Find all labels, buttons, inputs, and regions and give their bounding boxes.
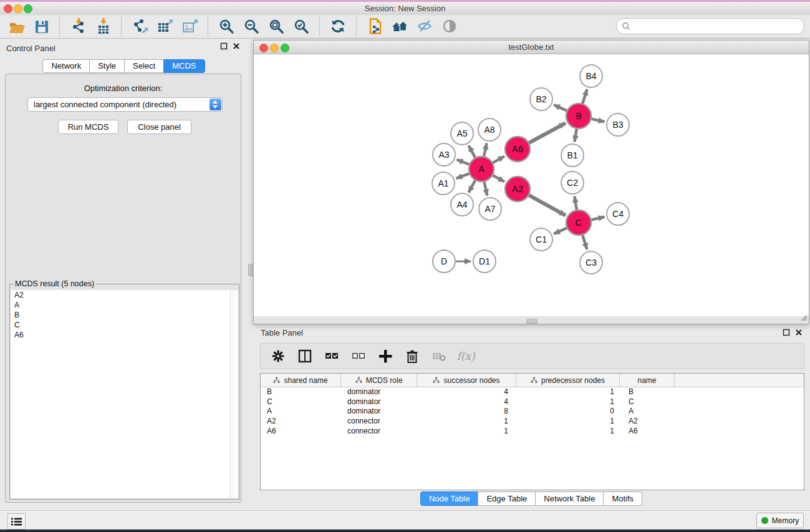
tab-select[interactable]: Select bbox=[124, 59, 164, 73]
result-list-item[interactable]: B bbox=[11, 310, 231, 320]
column-header-successor-nodes[interactable]: successor nodes bbox=[417, 374, 516, 387]
minimize-window-button[interactable] bbox=[14, 4, 22, 13]
cell[interactable]: C bbox=[620, 397, 675, 407]
cell[interactable]: connector bbox=[341, 417, 417, 427]
node-C1[interactable]: C1 bbox=[530, 228, 552, 251]
cell[interactable]: connector bbox=[341, 427, 417, 437]
table-settings-button[interactable] bbox=[270, 348, 286, 364]
edge-B-B2[interactable] bbox=[554, 105, 567, 110]
cell[interactable]: A bbox=[261, 407, 341, 417]
cell[interactable]: 1 bbox=[516, 387, 620, 397]
cell[interactable]: 1 bbox=[417, 417, 516, 427]
edge-A-A8[interactable] bbox=[484, 143, 486, 157]
search-input[interactable] bbox=[633, 20, 798, 32]
node-B2[interactable]: B2 bbox=[530, 88, 552, 110]
node-C3[interactable]: C3 bbox=[580, 251, 602, 274]
run-mcds-button[interactable]: Run MCDS bbox=[58, 120, 118, 134]
cell[interactable]: 8 bbox=[417, 407, 516, 417]
float-panel-icon[interactable] bbox=[220, 42, 228, 50]
table-row[interactable]: Cdominator41C bbox=[261, 397, 804, 407]
toolbar-session-file-button[interactable] bbox=[364, 16, 385, 37]
table-add-column-button[interactable] bbox=[377, 348, 393, 364]
node-B3[interactable]: B3 bbox=[607, 114, 629, 136]
net-maximize-button[interactable] bbox=[281, 44, 289, 52]
table-split-view-button[interactable] bbox=[297, 348, 313, 364]
edge-C-C1[interactable] bbox=[554, 228, 567, 234]
node-C4[interactable]: C4 bbox=[607, 203, 629, 225]
toolbar-zoom-selected-button[interactable] bbox=[291, 16, 312, 37]
node-C2[interactable]: C2 bbox=[561, 172, 584, 194]
close-table-panel-icon[interactable] bbox=[795, 329, 803, 336]
column-header-shared-name[interactable]: shared name bbox=[261, 374, 341, 387]
toolbar-hide-details-button[interactable] bbox=[414, 16, 435, 37]
panel-list-button[interactable] bbox=[7, 513, 26, 530]
tab-network-table[interactable]: Network Table bbox=[535, 491, 604, 506]
cell[interactable]: 4 bbox=[417, 387, 516, 397]
close-panel-button[interactable]: Close panel bbox=[127, 120, 191, 134]
table-select-all-button[interactable] bbox=[324, 348, 340, 364]
cell[interactable]: 0 bbox=[516, 407, 620, 417]
node-B1[interactable]: B1 bbox=[561, 144, 584, 167]
column-header-name[interactable]: name bbox=[620, 374, 675, 387]
node-A4[interactable]: A4 bbox=[451, 193, 473, 216]
node-A6[interactable]: A6 bbox=[505, 137, 530, 162]
toolbar-show-details-button[interactable] bbox=[439, 16, 460, 37]
tab-motifs[interactable]: Motifs bbox=[603, 491, 642, 506]
edge-A6-B[interactable] bbox=[529, 123, 566, 143]
cell[interactable]: dominator bbox=[341, 407, 417, 417]
cell[interactable]: A6 bbox=[620, 427, 675, 437]
column-header-MCDS-role[interactable]: MCDS role bbox=[341, 374, 417, 387]
toolbar-import-table-button[interactable] bbox=[92, 16, 113, 37]
cell[interactable]: C bbox=[261, 397, 341, 407]
edge-C-C3[interactable] bbox=[582, 235, 587, 249]
edge-A-A6[interactable] bbox=[493, 157, 504, 163]
toolbar-import-network-button[interactable] bbox=[67, 16, 89, 37]
cell[interactable]: A bbox=[620, 407, 675, 417]
edge-A-A7[interactable] bbox=[485, 182, 488, 196]
tab-node-table[interactable]: Node Table bbox=[420, 491, 479, 506]
tab-edge-table[interactable]: Edge Table bbox=[478, 491, 536, 506]
resize-grip-icon[interactable] bbox=[799, 312, 808, 321]
edge-A2-C[interactable] bbox=[529, 195, 566, 215]
result-list-item[interactable]: A6 bbox=[11, 330, 231, 340]
result-list-item[interactable]: C bbox=[11, 320, 231, 330]
cell[interactable]: B bbox=[261, 387, 341, 397]
result-scrollbar[interactable] bbox=[230, 290, 238, 498]
node-A7[interactable]: A7 bbox=[479, 198, 501, 220]
result-list-item[interactable]: A bbox=[11, 300, 231, 310]
toolbar-refresh-button[interactable] bbox=[327, 16, 349, 37]
node-D1[interactable]: D1 bbox=[473, 250, 496, 273]
edge-C-C2[interactable] bbox=[574, 196, 576, 210]
toolbar-zoom-in-button[interactable] bbox=[216, 16, 237, 37]
node-D[interactable]: D bbox=[433, 250, 455, 273]
cell[interactable]: A2 bbox=[261, 417, 341, 427]
toolbar-save-session-button[interactable] bbox=[31, 16, 52, 37]
cell[interactable]: 1 bbox=[516, 427, 620, 437]
edge-A-A5[interactable] bbox=[469, 145, 476, 157]
table-row[interactable]: A2connector11A2 bbox=[261, 417, 804, 427]
node-B4[interactable]: B4 bbox=[580, 65, 602, 87]
edge-A-A3[interactable] bbox=[457, 160, 470, 165]
column-header-predecessor-nodes[interactable]: predecessor nodes bbox=[516, 374, 620, 387]
close-panel-icon[interactable] bbox=[233, 42, 240, 50]
toolbar-home-button[interactable] bbox=[389, 16, 410, 37]
cell[interactable]: dominator bbox=[341, 387, 417, 397]
node-A3[interactable]: A3 bbox=[433, 143, 455, 166]
tab-style[interactable]: Style bbox=[89, 59, 125, 73]
edge-A-A2[interactable] bbox=[493, 175, 504, 181]
table-row[interactable]: A6connector11A6 bbox=[261, 427, 804, 437]
float-table-panel-icon[interactable] bbox=[783, 329, 790, 336]
table-row[interactable]: Bdominator41B bbox=[261, 387, 804, 397]
network-canvas[interactable]: B4B2BB3A5A8A6A3B1AA1C2A2A4A7CC4C1C3DD1 bbox=[254, 54, 809, 316]
table-delete-column-button[interactable] bbox=[404, 348, 420, 364]
edge-B-B4[interactable] bbox=[582, 89, 587, 104]
cell[interactable]: B bbox=[620, 387, 675, 397]
net-minimize-button[interactable] bbox=[270, 44, 279, 52]
node-A[interactable]: A bbox=[469, 157, 494, 181]
cell[interactable]: 1 bbox=[516, 417, 620, 427]
maximize-window-button[interactable] bbox=[24, 4, 32, 13]
cell[interactable]: 4 bbox=[417, 397, 516, 407]
tab-mcds[interactable]: MCDS bbox=[163, 59, 205, 73]
table-row[interactable]: Adominator80A bbox=[261, 407, 804, 417]
horizontal-splitter-handle[interactable] bbox=[526, 319, 538, 324]
